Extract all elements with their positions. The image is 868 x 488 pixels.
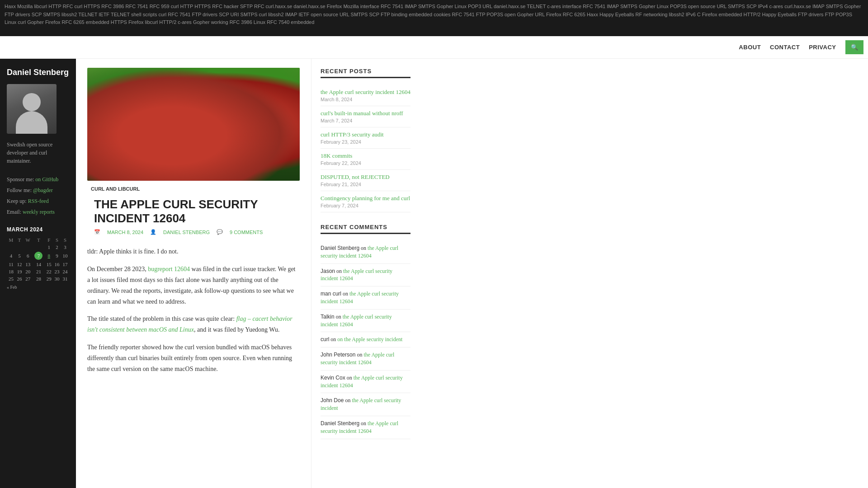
bugreport-link[interactable]: bugreport 12604	[148, 266, 190, 272]
post-comment-icon: 💬	[217, 229, 223, 235]
cal-linked-date[interactable]: 8	[47, 253, 50, 258]
recent-post-link[interactable]: Contingency planning for me and curl	[321, 195, 410, 202]
cal-header-thu: T	[33, 236, 45, 244]
list-item: Daniel Stenberg on the Apple curl securi…	[321, 416, 410, 439]
post-meta: 📅 MARCH 8, 2024 👤 DANIEL STENBERG 💬 9 CO…	[94, 229, 293, 235]
post-paragraph-1: On December 28 2023, bugreport 12604 was…	[87, 264, 300, 307]
recent-post-date: February 7, 2024	[321, 203, 410, 208]
list-item: Kevin Cox on the Apple curl security inc…	[321, 371, 410, 394]
list-item: 18K commits February 22, 2024	[321, 149, 410, 170]
post-date[interactable]: MARCH 8, 2024	[107, 230, 143, 235]
commenter-name: Daniel Stenberg	[321, 245, 359, 251]
sidebar-links: Sponsor me: on GitHub Follow me: @bagder…	[7, 174, 69, 217]
follow-label: Follow me:	[7, 187, 32, 193]
sponsor-label: Sponsor me:	[7, 176, 34, 183]
post-comments-link[interactable]: 9 COMMENTS	[230, 230, 263, 235]
list-item: curl HTTP/3 security audit February 23, …	[321, 127, 410, 149]
post-title: THE APPLE CURL SECURITY INCIDENT 12604	[94, 197, 293, 225]
recent-comments-widget: RECENT COMMENTS Daniel Stenberg on the A…	[321, 224, 410, 439]
recent-post-link[interactable]: curl's built-in manual without nroff	[321, 110, 410, 117]
commenter-name: man curl	[321, 291, 341, 297]
cal-header-fri: F	[45, 236, 53, 244]
cal-today[interactable]: 7	[34, 252, 42, 260]
cal-week-5: 25262728 293031	[7, 275, 69, 282]
calendar-widget: MARCH 2024 M T W T F S S	[7, 226, 69, 290]
list-item: DISPUTED, not REJECTED February 21, 2024	[321, 170, 410, 191]
commenter-name: Talkin	[321, 314, 335, 320]
commenter-name: John Doe	[321, 397, 344, 404]
cal-header-mon: M	[7, 236, 15, 244]
commenter-name: Kevin Cox	[321, 375, 345, 381]
post-tldr: tldr: Apple thinks it is fine. I do not.	[87, 246, 300, 257]
cal-header-wed: W	[24, 236, 33, 244]
main-content: CURL AND LIBCURL THE APPLE CURL SECURITY…	[76, 59, 311, 488]
calendar-table: M T W T F S S 123 456	[7, 236, 69, 282]
recent-post-link[interactable]: 18K commits	[321, 152, 410, 160]
list-item: man curl on the Apple curl security inci…	[321, 286, 410, 310]
recent-posts-title: RECENT POSTS	[321, 68, 410, 78]
post-featured-image	[87, 68, 300, 181]
commenter-name: John Peterson	[321, 352, 355, 358]
rss-link[interactable]: RSS-feed	[28, 198, 49, 204]
email-label: Email:	[7, 209, 21, 215]
keepup-label: Keep up:	[7, 198, 27, 204]
post-paragraph-3: The friendly reporter showed how the cur…	[87, 342, 300, 374]
search-button[interactable]: 🔍	[845, 40, 864, 54]
recent-posts-widget: RECENT POSTS the Apple curl security inc…	[321, 68, 410, 212]
post-body: tldr: Apple thinks it is fine. I do not.…	[87, 239, 300, 388]
list-item: Daniel Stenberg on the Apple curl securi…	[321, 241, 410, 264]
site-title: Daniel Stenberg	[7, 68, 69, 77]
post-author-icon: 👤	[150, 229, 156, 235]
recent-comments-title: RECENT COMMENTS	[321, 224, 410, 234]
recent-post-date: February 23, 2024	[321, 139, 410, 145]
tag-cloud: Haxx Mozilla libcurl HTTP RFC curl HTTPS…	[0, 0, 868, 36]
recent-posts-list: the Apple curl security incident 12604 M…	[321, 85, 410, 212]
avatar	[7, 84, 57, 134]
commenter-name: Daniel Stenberg	[321, 420, 359, 427]
email-link[interactable]: weekly reports	[23, 209, 55, 215]
top-nav: ABOUT CONTACT PRIVACY 🔍	[0, 36, 868, 59]
commenter-name: curl	[321, 336, 329, 343]
list-item: curl's built-in manual without nroff Mar…	[321, 106, 410, 127]
nav-about[interactable]: ABOUT	[739, 44, 761, 51]
nav-privacy[interactable]: PRIVACY	[809, 44, 836, 51]
list-item: John Doe on the Apple curl security inci…	[321, 393, 410, 416]
calendar-title: MARCH 2024	[7, 226, 69, 233]
post-paragraph-2: The title stated of the problem in this …	[87, 314, 300, 335]
comment-post-link[interactable]: on the Apple security incident	[337, 336, 402, 343]
sponsor-link[interactable]: on GitHub	[35, 176, 58, 183]
page-layout: Daniel Stenberg Swedish open source deve…	[0, 59, 868, 488]
list-item: Jason on the Apple curl security inciden…	[321, 264, 410, 287]
recent-post-link[interactable]: the Apple curl security incident 12604	[321, 89, 410, 96]
commenter-name: Jason	[321, 268, 335, 274]
post-image-inner	[87, 68, 300, 181]
sidebar-description: Swedish open source developer and curl m…	[7, 141, 69, 165]
list-item: Talkin on the Apple curl security incide…	[321, 310, 410, 333]
left-sidebar: Daniel Stenberg Swedish open source deve…	[0, 59, 76, 488]
list-item: John Peterson on the Apple curl security…	[321, 347, 410, 371]
list-item: the Apple curl security incident 12604 M…	[321, 85, 410, 106]
cal-header-tue: T	[15, 236, 24, 244]
post-category[interactable]: CURL AND LIBCURL	[87, 185, 143, 193]
recent-post-link[interactable]: curl HTTP/3 security audit	[321, 131, 410, 138]
cal-week-4: 18192021 222324	[7, 268, 69, 275]
recent-comments-list: Daniel Stenberg on the Apple curl securi…	[321, 241, 410, 439]
list-item: Contingency planning for me and curl Feb…	[321, 191, 410, 212]
list-item: curl on on the Apple security incident	[321, 332, 410, 347]
cal-week-2: 456 7 8 910	[7, 251, 69, 261]
post-date-icon: 📅	[94, 229, 100, 235]
cal-header-sun: S	[61, 236, 69, 244]
nav-contact[interactable]: CONTACT	[770, 44, 800, 51]
cal-prev-link[interactable]: « Feb	[7, 285, 69, 290]
cal-week-3: 11121314 151617	[7, 261, 69, 268]
right-sidebar: RECENT POSTS the Apple curl security inc…	[311, 59, 420, 488]
recent-post-date: February 22, 2024	[321, 160, 410, 166]
recent-post-link[interactable]: DISPUTED, not REJECTED	[321, 174, 410, 181]
cal-header-sat: S	[53, 236, 61, 244]
follow-link[interactable]: @bagder	[33, 187, 53, 193]
recent-post-date: February 21, 2024	[321, 182, 410, 187]
recent-post-date: March 8, 2024	[321, 97, 410, 102]
cal-week-1: 123	[7, 244, 69, 251]
post-author[interactable]: DANIEL STENBERG	[163, 230, 210, 235]
post-title-area: THE APPLE CURL SECURITY INCIDENT 12604 📅…	[87, 193, 300, 239]
